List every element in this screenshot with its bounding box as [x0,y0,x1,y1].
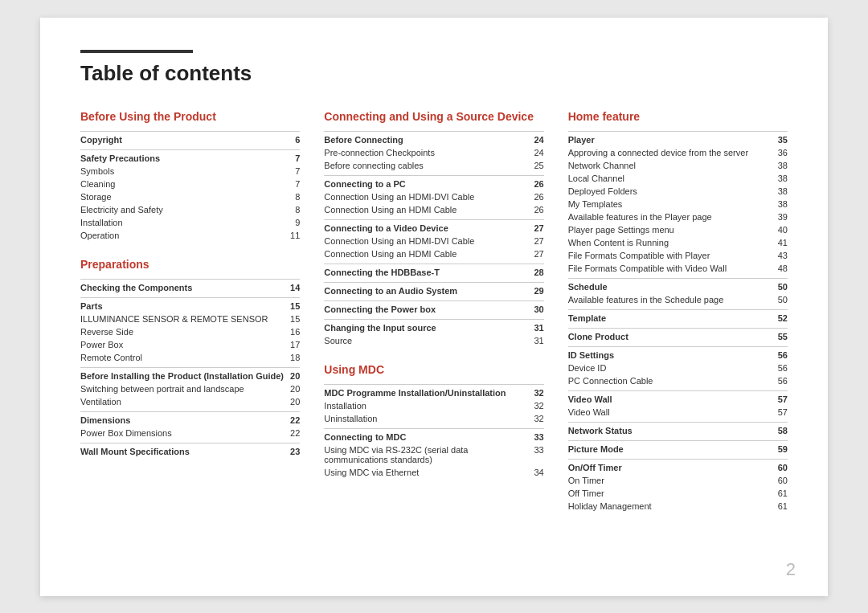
title-bar [80,50,193,53]
list-item: Checking the Components 14 [80,279,300,294]
list-item: Source 31 [324,334,543,347]
section-title-preparations: Preparations [80,258,300,271]
list-item: Approving a connected device from the se… [568,146,788,159]
list-item: Remote Control 18 [80,351,300,364]
list-item: Connecting the HDBBase-T 28 [324,264,543,279]
list-item: Installation 9 [80,216,300,229]
column-2: Connecting and Using a Source Device Bef… [324,110,567,529]
list-item: File Formats Compatible with Player 43 [568,249,788,262]
section-connecting: Connecting and Using a Source Device Bef… [324,110,543,347]
list-item: Reverse Side 16 [80,325,300,338]
list-item: On Timer 60 [568,474,788,487]
list-item: Schedule 50 [568,278,788,293]
list-item: Connecting to an Audio System 29 [324,282,543,297]
list-item: Using MDC via RS-232C (serial data commu… [324,443,543,466]
list-item: Video Wall 57 [568,390,788,406]
list-item: Connecting to MDC 33 [324,428,543,443]
list-item: Off Timer 61 [568,487,788,500]
list-item: Picture Mode 59 [568,440,788,456]
section-before-using: Before Using the Product Copyright 6 Saf… [80,110,300,242]
page-number: 2 [786,559,796,580]
section-title-before-using: Before Using the Product [80,110,300,123]
list-item: File Formats Compatible with Video Wall … [568,262,788,275]
list-item: Local Channel 38 [568,172,788,185]
list-item: Changing the Input source 31 [324,319,543,334]
list-item: Pre-connection Checkpoints 24 [324,146,543,159]
list-item: Parts 15 [80,297,300,313]
list-item: Available features in the Player page 39 [568,210,788,223]
column-1: Before Using the Product Copyright 6 Saf… [80,110,324,529]
list-item: Device ID 56 [568,362,788,374]
list-item: When Content is Running 41 [568,236,788,249]
section-home-feature: Home feature Player 35 Approving a conne… [568,110,788,513]
list-item: Installation 32 [324,399,543,412]
list-item: Uninstallation 32 [324,412,543,425]
list-item: Holiday Management 61 [568,500,788,513]
list-item: Network Status 58 [568,422,788,437]
page: Table of contents Before Using the Produ… [40,18,828,596]
list-item: Before Connecting 24 [324,131,543,146]
list-item: Deployed Folders 38 [568,185,788,198]
list-item: Template 52 [568,309,788,325]
list-item: Safety Precautions 7 [80,149,300,165]
column-3: Home feature Player 35 Approving a conne… [568,110,788,529]
section-title-home-feature: Home feature [568,110,788,123]
list-item: Network Channel 38 [568,159,788,172]
list-item: Wall Mount Specifications 23 [80,443,300,458]
list-item: Switching between portrait and landscape… [80,382,300,395]
list-item: ID Settings 56 [568,346,788,362]
list-item: Electricity and Safety 8 [80,203,300,216]
section-title-mdc: Using MDC [324,363,543,376]
section-using-mdc: Using MDC MDC Programme Installation/Uni… [324,363,543,479]
list-item: Connection Using an HDMI Cable 27 [324,247,543,260]
page-title: Table of contents [80,61,788,86]
section-title-connecting: Connecting and Using a Source Device [324,110,543,123]
list-item: Player 35 [568,131,788,146]
list-item: Connection Using an HDMI-DVI Cable 27 [324,235,543,247]
list-item: ILLUMINANCE SENSOR & REMOTE SENSOR 15 [80,313,300,325]
list-item: Player page Settings menu 40 [568,223,788,236]
list-item: Before Installing the Product (Installat… [80,367,300,382]
list-item: Available features in the Schedule page … [568,293,788,306]
list-item: Power Box Dimensions 22 [80,427,300,439]
section-preparations: Preparations Checking the Components 14 … [80,258,300,458]
list-item: Connecting the Power box 30 [324,300,543,316]
list-item: On/Off Timer 60 [568,459,788,474]
content-columns: Before Using the Product Copyright 6 Saf… [80,110,788,529]
list-item: Using MDC via Ethernet 34 [324,466,543,479]
list-item: Storage 8 [80,190,300,203]
list-item: PC Connection Cable 56 [568,374,788,387]
list-item: Connection Using an HDMI Cable 26 [324,203,543,216]
list-item: Video Wall 57 [568,406,788,419]
list-item: Connecting to a Video Device 27 [324,219,543,235]
list-item: Before connecting cables 25 [324,159,543,172]
list-item: Ventilation 20 [80,395,300,408]
list-item: Clone Product 55 [568,328,788,343]
list-item: Connection Using an HDMI-DVI Cable 26 [324,190,543,203]
list-item: Cleaning 7 [80,178,300,190]
list-item: My Templates 38 [568,198,788,210]
list-item: Operation 11 [80,229,300,242]
list-item: Symbols 7 [80,165,300,178]
list-item: MDC Programme Installation/Uninstallatio… [324,384,543,399]
list-item: Power Box 17 [80,338,300,351]
list-item: Connecting to a PC 26 [324,175,543,190]
list-item: Dimensions 22 [80,411,300,427]
list-item: Copyright 6 [80,131,300,146]
